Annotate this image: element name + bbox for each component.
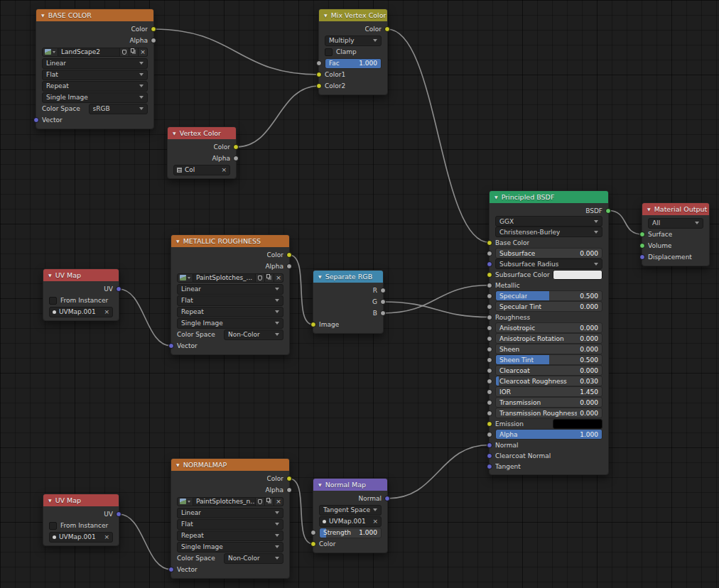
input-socket-volume[interactable] <box>639 243 645 249</box>
unlink-button[interactable]: × <box>274 497 283 506</box>
collapse-icon[interactable]: ▼ <box>41 13 45 18</box>
node-header[interactable]: ▼UV Map <box>43 494 119 506</box>
input-socket-alpha[interactable] <box>487 432 492 437</box>
unlink-button[interactable]: × <box>274 273 283 283</box>
input-socket-specular[interactable] <box>487 293 492 299</box>
collapse-icon[interactable]: ▼ <box>318 482 322 487</box>
fake-user-button[interactable] <box>120 48 129 57</box>
from-instancer-checkbox[interactable] <box>49 522 57 530</box>
tangent-space-dropdown[interactable]: Tangent Space <box>319 505 382 516</box>
sheen-slider[interactable]: Sheen0.000 <box>495 344 602 354</box>
fac-slider[interactable]: Fac1.000 <box>325 58 382 69</box>
uvmap-001-field[interactable]: UVMap.001× <box>49 532 113 543</box>
node-separate_rgb[interactable]: ▼Separate RGBRGBImage <box>313 270 384 334</box>
specular-tint-slider[interactable]: Specular Tint0.000 <box>495 301 602 312</box>
fake-user-button[interactable] <box>256 273 265 283</box>
ior-slider[interactable]: IOR1.450 <box>495 386 602 397</box>
output-socket-b[interactable] <box>380 310 386 316</box>
output-socket-g[interactable] <box>380 299 386 305</box>
input-socket-color[interactable] <box>310 541 316 547</box>
input-socket-clearcoat-normal[interactable] <box>487 453 492 459</box>
input-socket-subsurface[interactable] <box>487 251 492 256</box>
input-socket-fac[interactable] <box>316 60 322 66</box>
all-dropdown[interactable]: All <box>648 218 703 229</box>
collapse-icon[interactable]: ▼ <box>176 239 180 244</box>
output-socket-color[interactable] <box>286 252 292 258</box>
uvmap-001-field[interactable]: UVMap.001× <box>319 516 382 527</box>
transmission-roughness-slider[interactable]: Transmission Roughness0.000 <box>495 408 602 418</box>
node-header[interactable]: ▼Separate RGB <box>313 271 383 283</box>
repeat-dropdown[interactable]: Repeat <box>177 530 283 541</box>
duplicate-button[interactable] <box>129 48 139 57</box>
emission-color-swatch[interactable] <box>553 419 602 429</box>
input-socket-transmission-roughness[interactable] <box>487 410 492 416</box>
specular-slider[interactable]: Specular0.500 <box>495 290 602 301</box>
repeat-dropdown[interactable]: Repeat <box>42 81 148 92</box>
input-socket-clearcoat[interactable] <box>487 368 492 374</box>
output-socket-alpha[interactable] <box>286 487 292 493</box>
collapse-icon[interactable]: ▼ <box>48 498 52 503</box>
unlink-icon[interactable]: × <box>104 534 109 540</box>
node-header[interactable]: ▼UV Map <box>43 269 119 281</box>
flat-dropdown[interactable]: Flat <box>42 70 148 80</box>
output-socket-color[interactable] <box>151 26 156 32</box>
transmission-slider[interactable]: Transmission0.000 <box>495 397 602 408</box>
node-header[interactable]: ▼Normal Map <box>313 479 387 491</box>
output-socket-alpha[interactable] <box>286 263 292 269</box>
linear-dropdown[interactable]: Linear <box>177 284 283 295</box>
strength-slider[interactable]: Strength1.000 <box>319 528 382 538</box>
unlink-icon[interactable]: × <box>104 309 109 315</box>
input-socket-normal[interactable] <box>487 442 492 448</box>
node-header[interactable]: ▼METALLIC ROUGHNESS <box>171 235 289 247</box>
fake-user-button[interactable] <box>256 497 265 506</box>
output-socket-uv[interactable] <box>116 511 121 517</box>
unlink-icon[interactable]: × <box>372 518 378 525</box>
output-socket-color[interactable] <box>286 476 292 481</box>
input-socket-metallic[interactable] <box>487 283 492 288</box>
duplicate-button[interactable] <box>265 497 274 506</box>
color-space-dropdown[interactable]: Non-Color <box>224 553 283 564</box>
node-mix_vertex[interactable]: ▼Mix Vertex ColorColorMultiplyClampFac1.… <box>318 9 388 95</box>
input-socket-color1[interactable] <box>316 72 322 77</box>
collapse-icon[interactable]: ▼ <box>173 131 176 136</box>
input-socket-sheen-tint[interactable] <box>487 357 492 363</box>
subsurface-radius-dropdown[interactable]: Subsurface Radius <box>495 258 602 269</box>
subsurface-color-color-swatch[interactable] <box>553 270 602 280</box>
image-browse-button[interactable] <box>177 497 193 506</box>
input-socket-emission[interactable] <box>487 421 492 427</box>
input-socket-subsurface-color[interactable] <box>487 272 492 278</box>
uvmap-001-field[interactable]: UVMap.001× <box>49 307 113 317</box>
repeat-dropdown[interactable]: Repeat <box>177 307 283 317</box>
output-socket-alpha[interactable] <box>151 38 156 43</box>
image-browse-button[interactable] <box>42 48 58 57</box>
multiply-dropdown[interactable]: Multiply <box>325 36 382 46</box>
input-socket-image[interactable] <box>310 322 316 327</box>
collapse-icon[interactable]: ▼ <box>494 195 498 200</box>
christensen-burley-dropdown[interactable]: Christensen-Burley <box>495 227 602 237</box>
input-socket-base-color[interactable] <box>487 240 492 246</box>
node-normalmap_tex[interactable]: ▼NORMALMAPColorAlphaPaintSplotches_n...×… <box>171 458 290 579</box>
input-socket-anisotropic-rotation[interactable] <box>487 336 492 342</box>
linear-dropdown[interactable]: Linear <box>42 58 148 69</box>
input-socket-clearcoat-roughness[interactable] <box>487 379 492 384</box>
node-material_output[interactable]: ▼Material OutputAllSurfaceVolumeDisplace… <box>642 202 710 266</box>
input-socket-color2[interactable] <box>316 83 322 89</box>
ggx-dropdown[interactable]: GGX <box>495 216 602 227</box>
clearcoat-roughness-slider[interactable]: Clearcoat Roughness0.030 <box>495 376 602 386</box>
col-field[interactable]: Col× <box>173 165 230 175</box>
input-socket-specular-tint[interactable] <box>487 304 492 310</box>
input-socket-anisotropic[interactable] <box>487 325 492 331</box>
anisotropic-slider[interactable]: Anisotropic0.000 <box>495 322 602 333</box>
input-socket-surface[interactable] <box>639 232 645 237</box>
node-editor-canvas[interactable]: ▼BASE COLORColorAlphaLandScape2×LinearFl… <box>0 0 719 588</box>
anisotropic-rotation-slider[interactable]: Anisotropic Rotation0.000 <box>495 333 602 344</box>
node-uvmap1[interactable]: ▼UV MapUVFrom InstancerUVMap.001× <box>43 268 119 321</box>
node-normal_map[interactable]: ▼Normal MapNormalTangent SpaceUVMap.001×… <box>313 478 388 553</box>
input-socket-transmission[interactable] <box>487 400 492 405</box>
subsurface-slider[interactable]: Subsurface0.000 <box>495 248 602 258</box>
node-header[interactable]: ▼NORMALMAP <box>171 459 289 471</box>
collapse-icon[interactable]: ▼ <box>324 13 328 18</box>
collapse-icon[interactable]: ▼ <box>318 274 322 279</box>
output-socket-bsdf[interactable] <box>605 208 611 214</box>
clamp-checkbox[interactable] <box>325 48 333 56</box>
